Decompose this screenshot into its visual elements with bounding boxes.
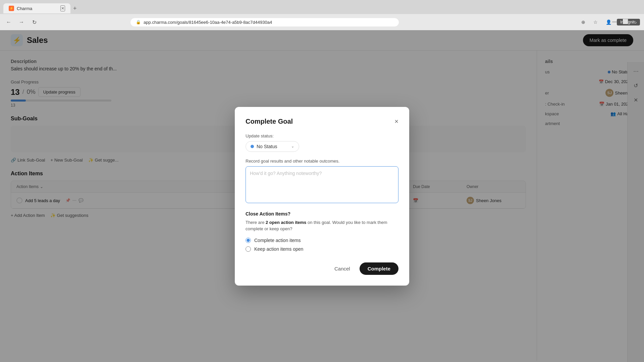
address-bar[interactable]: 🔒 app.charma.com/goals/81645ee6-10aa-4e7… bbox=[130, 18, 399, 26]
close-action-desc: There are 2 open action items on this go… bbox=[246, 219, 398, 232]
page-content: ⋯ ↺ ✕ ⚡ Sales Mark as complete Descripti… bbox=[0, 30, 644, 362]
bookmark-button[interactable]: ☆ bbox=[591, 18, 600, 26]
close-action-bold: 2 open action items bbox=[266, 220, 306, 225]
status-dropdown-text: No Status bbox=[257, 144, 277, 149]
new-tab-button[interactable]: + bbox=[70, 5, 79, 12]
cancel-button[interactable]: Cancel bbox=[329, 262, 356, 275]
complete-button[interactable]: Complete bbox=[360, 262, 398, 275]
back-button[interactable]: ← bbox=[4, 17, 13, 27]
radio-keep-open-text: Keep action items open bbox=[254, 246, 303, 252]
forward-button[interactable]: → bbox=[17, 17, 26, 27]
results-label: Record goal results and other notable ou… bbox=[246, 159, 398, 164]
radio-complete-text: Complete action items bbox=[254, 238, 301, 243]
complete-goal-modal: Complete Goal × Update status: No Status… bbox=[235, 107, 409, 286]
close-window-button[interactable]: ✕ bbox=[631, 17, 641, 26]
results-textarea[interactable] bbox=[246, 166, 398, 203]
status-dropdown[interactable]: No Status ⌄ bbox=[246, 141, 299, 152]
radio-complete-label[interactable]: Complete action items bbox=[246, 238, 398, 243]
tab-favicon: ⚡ bbox=[9, 6, 14, 11]
chevron-down-icon-dropdown: ⌄ bbox=[291, 144, 294, 148]
lock-icon: 🔒 bbox=[136, 20, 141, 24]
minimize-button[interactable]: — bbox=[610, 17, 619, 26]
browser-tab[interactable]: ⚡ Charma ✕ bbox=[3, 3, 70, 13]
modal-overlay[interactable]: Complete Goal × Update status: No Status… bbox=[0, 30, 644, 362]
status-dot-blue bbox=[251, 145, 254, 148]
radio-complete-input[interactable] bbox=[246, 238, 251, 243]
url-text: app.charma.com/goals/81645ee6-10aa-4e74-… bbox=[144, 20, 272, 25]
close-action-title: Close Action Items? bbox=[246, 211, 398, 217]
extensions-button[interactable]: ⊕ bbox=[579, 18, 588, 26]
modal-close-button[interactable]: × bbox=[394, 118, 398, 125]
refresh-button[interactable]: ↻ bbox=[30, 17, 39, 27]
modal-header: Complete Goal × bbox=[246, 118, 398, 125]
radio-keep-open-input[interactable] bbox=[246, 246, 251, 252]
tab-close-button[interactable]: ✕ bbox=[60, 5, 65, 11]
update-status-label: Update status: bbox=[246, 133, 398, 138]
radio-group: Complete action items Keep action items … bbox=[246, 238, 398, 252]
tab-title: Charma bbox=[17, 6, 32, 11]
modal-title: Complete Goal bbox=[246, 118, 293, 125]
maximize-button[interactable]: ⬜ bbox=[621, 17, 630, 26]
radio-keep-open-label[interactable]: Keep action items open bbox=[246, 246, 398, 252]
modal-footer: Cancel Complete bbox=[246, 262, 398, 275]
close-action-prefix: There are bbox=[246, 220, 266, 225]
